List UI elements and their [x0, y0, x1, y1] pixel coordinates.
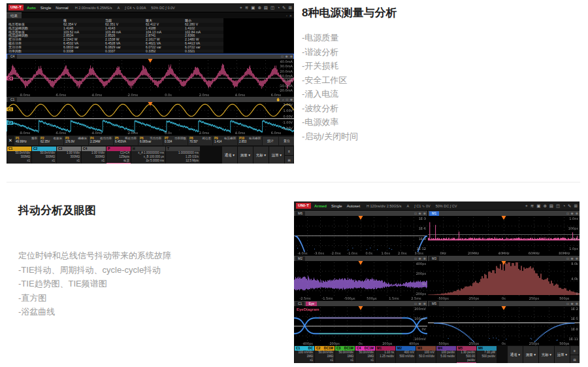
channel-box-m2[interactable]: M2400 mV500 mV/div	[396, 346, 416, 363]
measurement-cell-p8[interactable]: P8相位差70.50°	[188, 136, 212, 145]
cursor-icon[interactable]: ⌖	[240, 5, 242, 10]
scope2-info-0[interactable]: H 120ns/div 2.50GS/s	[367, 204, 402, 208]
results-tab[interactable]: 结果	[7, 12, 22, 18]
zoom-in-icon[interactable]: ⊕	[286, 54, 288, 58]
pane-tab-m1[interactable]: M1	[429, 211, 439, 216]
clock-icon[interactable]: ◔	[277, 5, 280, 10]
measurement-chip-复位[interactable]: 复位	[279, 137, 294, 145]
clock-icon[interactable]: ◔	[563, 203, 565, 209]
measurement-cell-p4[interactable]: P4有功功率2.154W	[89, 136, 113, 145]
scope1-status-single[interactable]: Single	[39, 6, 53, 10]
scope2-info-1[interactable]: A	[407, 204, 410, 208]
waveform-canvas-tie-spectrum[interactable]	[428, 216, 580, 255]
side-button-1[interactable]: ⊟	[570, 355, 579, 363]
channel-box-c4[interactable]: C4DC1M50.0mV/div1MΩx1	[355, 346, 375, 363]
menu-icon[interactable]: ▤	[264, 5, 268, 10]
scope1-info-2[interactable]: ∫ C4 ∿ 0.00A	[125, 6, 146, 10]
channel-box-m5[interactable]: M51.30 ps/div500.00 ps/div	[457, 346, 476, 363]
measurement-chip-统计[interactable]: 统计	[263, 137, 278, 145]
maximize-icon[interactable]: □	[282, 54, 284, 58]
measurement-cell-p3[interactable]: P3峰峰值176.9V	[64, 136, 88, 145]
scope1-status-auto[interactable]: Auto	[25, 6, 37, 10]
zoom-in-icon[interactable]: ⊕	[543, 203, 546, 209]
wave-icon[interactable]: ≋	[531, 203, 534, 209]
close-measurements-icon[interactable]: ✕	[7, 138, 14, 143]
waveform-area-volt-saw[interactable]: C1C2	[7, 102, 294, 135]
maximize-icon[interactable]: □	[415, 302, 417, 306]
display-icon[interactable]: ▣	[251, 5, 255, 10]
zoom-in-icon[interactable]: ⊕	[257, 5, 261, 10]
waveform-area-eye[interactable]: EyeDiagram	[294, 306, 427, 345]
close-icon[interactable]: ⊗	[576, 211, 578, 215]
bottom-button-测量[interactable]: 测量 ▾	[523, 346, 538, 363]
maximize-icon[interactable]: □	[286, 97, 288, 102]
bottom-button-通道[interactable]: 通道 ▾	[508, 346, 523, 363]
channel-box-c1[interactable]: C1DC100 mV/div1MΩx1	[295, 346, 314, 363]
waveform-canvas-tie-left[interactable]	[294, 216, 427, 255]
close-icon[interactable]: ⊗	[423, 256, 426, 260]
annotate-icon[interactable]: ✎	[282, 5, 286, 10]
channel-box-m4[interactable]: M4100 ps/div5.00 ns/div	[436, 346, 456, 363]
close-icon[interactable]: ✕	[289, 14, 292, 18]
search-icon[interactable]: ⌕	[282, 97, 284, 102]
measurement-cell-p2[interactable]: P2有效值62.35V	[39, 136, 63, 145]
waveform-area-tie-trend[interactable]	[294, 261, 427, 300]
bottom-button-运算[interactable]: 运算 ▾	[555, 346, 570, 363]
channel-box-t[interactable]: T1.00000000 ms1.25 GS/s12.5 Mpts	[166, 147, 200, 164]
wave-icon[interactable]: ≋	[245, 5, 248, 10]
channel-box-c2[interactable]: C250.0mV/div300MΩx1	[32, 147, 56, 164]
waveform-canvas-tie-trend[interactable]	[294, 261, 427, 300]
split-view-icon[interactable]: ◫	[556, 203, 560, 209]
channel-box-c2[interactable]: C2DC1M50.0mV/div1MΩx1	[315, 346, 335, 363]
waveform-canvas-histogram[interactable]	[428, 261, 580, 300]
zoom-in-icon[interactable]: ⊕	[419, 211, 421, 215]
close-icon[interactable]: ⊗	[423, 302, 426, 306]
zoom-in-icon[interactable]: ⊕	[571, 302, 574, 306]
scope2-status-single[interactable]: Single	[330, 204, 344, 208]
pane-tab-c1[interactable]: C1	[8, 97, 17, 102]
bottom-button-运算[interactable]: 运算 ▾	[269, 147, 284, 164]
waveform-canvas-bathtub[interactable]	[428, 306, 580, 345]
bottom-button-光标[interactable]: 光标 ▾	[539, 346, 554, 363]
scope2-status-armed[interactable]: Armed	[313, 204, 328, 208]
zoom-in-icon[interactable]: ⊕	[419, 302, 421, 306]
waveform-area-histogram[interactable]	[428, 261, 580, 300]
scope1-info-1[interactable]: A	[118, 6, 120, 10]
display-icon[interactable]: ▣	[536, 203, 540, 209]
waveform-area-bathtub[interactable]	[428, 306, 580, 345]
bottom-button-测量[interactable]: 测量 ▾	[238, 147, 253, 164]
split-view-icon[interactable]: ◫	[270, 5, 274, 10]
waveform-canvas-volt-saw[interactable]	[7, 102, 294, 135]
channel-box-c3[interactable]: C31.00 V/div300MΩx1	[57, 147, 81, 164]
table-row[interactable]: 功率因数0.33380.33370.33520.3321	[7, 50, 223, 54]
close-icon[interactable]: ⊗	[576, 302, 578, 306]
waveform-area-tie-left[interactable]	[294, 216, 427, 255]
maximize-icon[interactable]: □	[567, 302, 569, 306]
pane-tab-c4[interactable]: C4	[8, 54, 17, 59]
zoom-in-icon[interactable]: ⊕	[419, 256, 421, 260]
channel-box-c3[interactable]: C3DC1M50.0mV/div1MΩx1	[335, 346, 355, 363]
maximize-icon[interactable]: □	[415, 211, 417, 215]
pane-tab-m3[interactable]: M3	[429, 256, 439, 261]
zoom-in-icon[interactable]: ⊕	[571, 256, 574, 260]
annotate-icon[interactable]: ✎	[568, 203, 571, 209]
pane-tab-c1[interactable]: C1	[295, 302, 304, 306]
measurement-cell-p7[interactable]: P7功率因数0.334	[163, 136, 188, 145]
side-button-0[interactable]: ≡	[570, 346, 579, 355]
pane-tab-m5[interactable]: M5	[429, 302, 439, 306]
maximize-icon[interactable]: □	[415, 256, 417, 260]
scope1-info-3[interactable]: 50% DC ∫ 0.0V	[151, 6, 174, 10]
waveform-area-current[interactable]: C4	[7, 59, 294, 97]
bottom-button-光标[interactable]: 光标 ▾	[253, 147, 269, 164]
measurement-cell-p5[interactable]: P5视在功率6.453VA	[114, 136, 138, 145]
cursor-icon[interactable]: ⌖	[525, 203, 528, 209]
channel-box-p[interactable]: PC1×C4125kpts电源	[106, 147, 131, 164]
waveform-area-tie-spectrum[interactable]	[428, 216, 580, 255]
close-icon[interactable]: ⊗	[423, 211, 426, 215]
scope2-info-2[interactable]: ∫ C1 ∿ 0V	[414, 204, 430, 208]
menu-icon[interactable]: ▤	[549, 203, 553, 209]
maximize-icon[interactable]: □	[567, 256, 569, 260]
minimize-icon[interactable]: ▫	[286, 14, 287, 18]
pane-tab-m2[interactable]: M2	[295, 256, 305, 261]
pane-tab-m6[interactable]: M6	[295, 211, 305, 216]
